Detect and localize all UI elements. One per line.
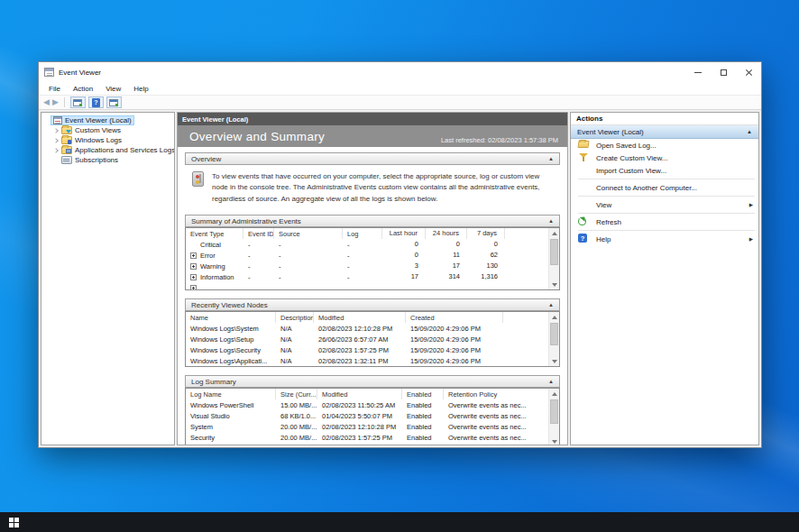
maximize-button[interactable] — [711, 62, 736, 82]
event-summary-icon — [192, 171, 204, 187]
column-header[interactable]: Log Name — [186, 389, 276, 399]
column-header[interactable]: Modified — [317, 389, 402, 399]
scrollbar-thumb[interactable] — [550, 239, 558, 265]
scroll-down-icon[interactable] — [549, 280, 559, 289]
expand-plus-icon[interactable] — [190, 285, 197, 290]
column-header[interactable]: Size (Curr... — [276, 389, 317, 399]
action-icon — [578, 166, 589, 175]
actions-group-label: Event Viewer (Local) — [577, 128, 644, 136]
start-button[interactable] — [0, 512, 27, 532]
recent-table-header: Name Description Modified Created — [186, 312, 548, 323]
log-row[interactable]: System 20.00 MB/... 02/08/2023 12:10:28 … — [186, 421, 548, 432]
column-header[interactable]: Modified — [314, 312, 406, 323]
minimize-button[interactable] — [685, 62, 711, 82]
column-header[interactable]: Description — [276, 312, 314, 323]
column-header[interactable]: Name — [186, 312, 276, 323]
action-item[interactable]: Import Custom View... — [571, 164, 758, 177]
scrollbar-thumb[interactable] — [550, 323, 558, 345]
collapse-icon[interactable]: ▲ — [548, 302, 554, 307]
action-item[interactable]: Refresh — [571, 216, 758, 228]
action-item[interactable]: Create Custom View... — [571, 151, 758, 164]
recent-nodes-section-header[interactable]: Recently Viewed Nodes ▲ — [185, 298, 560, 311]
recent-node-row[interactable]: Windows Logs\Security N/A 02/08/2023 1:5… — [186, 344, 548, 355]
show-action-pane-button[interactable] — [106, 96, 122, 108]
log-row[interactable]: Visual Studio 68 KB/1.0... 01/04/2023 5:… — [186, 410, 548, 421]
action-item[interactable]: Open Saved Log... — [571, 139, 758, 151]
column-header[interactable]: Log — [343, 228, 382, 239]
collapse-icon[interactable]: ▲ — [548, 218, 554, 224]
forward-button[interactable]: ▶ — [52, 98, 59, 106]
event-type-label: Critical — [200, 241, 221, 249]
action-item[interactable] — [578, 230, 755, 231]
collapse-icon[interactable]: ▲ — [548, 156, 554, 161]
column-header[interactable]: 24 hours — [426, 228, 467, 239]
maximize-icon — [721, 69, 727, 76]
expand-plus-icon[interactable] — [190, 274, 197, 280]
action-item[interactable]: View ▶ — [571, 198, 758, 211]
scroll-up-icon[interactable] — [549, 312, 559, 322]
close-button[interactable] — [736, 62, 761, 82]
expand-plus-icon[interactable] — [190, 263, 197, 270]
console-content: Event Viewer (Local) Custom Views — [39, 110, 761, 447]
log-row[interactable]: Security 20.00 MB/... 02/08/2023 1:57:25… — [186, 432, 548, 443]
menu-item[interactable]: View — [99, 85, 127, 93]
action-item[interactable] — [578, 213, 755, 214]
scroll-down-icon[interactable] — [549, 356, 559, 366]
tree-item[interactable]: Event Viewer (Local) — [41, 115, 174, 125]
tree-item[interactable]: Windows Logs — [41, 135, 174, 145]
recent-node-row[interactable]: Windows Logs\System N/A 02/08/2023 12:10… — [186, 323, 548, 334]
action-item[interactable]: Connect to Another Computer... — [571, 181, 758, 194]
scrollbar[interactable] — [548, 389, 559, 445]
column-header[interactable]: Source — [274, 228, 343, 239]
collapse-icon[interactable]: ▲ — [548, 379, 554, 384]
summary-row[interactable]: Error - - - 0 11 62 — [186, 250, 548, 261]
menu-item[interactable]: Action — [67, 85, 99, 93]
summary-row[interactable]: Information - - - 17 314 1,316 — [186, 271, 548, 282]
log-row[interactable]: Windows PowerShell 15.00 MB/... 02/08/20… — [186, 399, 548, 410]
action-label: Open Saved Log... — [596, 142, 657, 150]
summary-section-header[interactable]: Summary of Administrative Events ▲ — [185, 215, 560, 227]
recent-node-row[interactable]: Windows Logs\Setup N/A 26/06/2023 6:57:0… — [186, 334, 548, 344]
expand-plus-icon[interactable] — [190, 252, 197, 259]
tree-item[interactable]: Subscriptions — [41, 155, 174, 165]
menu-item[interactable]: Help — [127, 85, 154, 93]
scroll-down-icon[interactable] — [549, 436, 559, 445]
column-header[interactable]: Retention Policy — [444, 389, 550, 399]
expand-chevron-icon[interactable] — [52, 127, 60, 134]
expand-chevron-icon[interactable] — [52, 147, 60, 154]
scroll-up-icon[interactable] — [549, 389, 559, 399]
show-console-tree-button[interactable] — [70, 96, 86, 108]
action-item[interactable] — [578, 196, 755, 197]
column-header[interactable]: Last hour — [382, 228, 426, 239]
tree-item[interactable]: Applications and Services Logs — [41, 145, 174, 155]
action-label: Create Custom View... — [596, 154, 667, 162]
taskbar — [0, 512, 799, 532]
column-header[interactable]: Event ID — [243, 228, 274, 239]
help-button[interactable]: ? — [88, 96, 104, 108]
overview-section-header[interactable]: Overview ▲ — [185, 152, 560, 165]
summary-row[interactable]: Warning - - - 3 17 130 — [186, 261, 548, 271]
recent-node-row[interactable]: Windows Logs\Applicati... N/A 02/08/2023… — [186, 355, 548, 366]
column-header[interactable]: Event Type — [186, 228, 243, 239]
actions-group-header[interactable]: Event Viewer (Local) ▲ — [571, 125, 758, 139]
log-summary-section-header[interactable]: Log Summary ▲ — [185, 375, 560, 388]
scrollbar[interactable] — [548, 312, 559, 366]
scrollbar[interactable] — [548, 228, 559, 289]
titlebar[interactable]: Event Viewer — [39, 62, 761, 82]
action-item[interactable]: ? Help ▶ — [571, 233, 758, 245]
overview-body: To view events that have occurred on you… — [185, 165, 560, 206]
tree-item[interactable]: Custom Views — [41, 125, 174, 135]
scrollbar-thumb[interactable] — [550, 399, 558, 424]
column-header[interactable]: Enabled — [402, 389, 444, 399]
summary-row[interactable] — [186, 282, 548, 289]
column-header[interactable]: Created — [406, 312, 503, 323]
column-header[interactable]: 7 days — [467, 228, 505, 239]
expand-chevron-icon[interactable] — [52, 137, 60, 144]
menu-item[interactable]: File — [42, 85, 67, 93]
action-item[interactable] — [578, 179, 755, 179]
collapse-icon[interactable]: ▲ — [747, 129, 752, 134]
back-button[interactable]: ◀ — [43, 98, 50, 106]
scroll-up-icon[interactable] — [549, 228, 559, 238]
recent-nodes-table: Name Description Modified Created — [185, 311, 560, 367]
summary-row[interactable]: Critical - - - 0 0 0 — [186, 239, 548, 250]
